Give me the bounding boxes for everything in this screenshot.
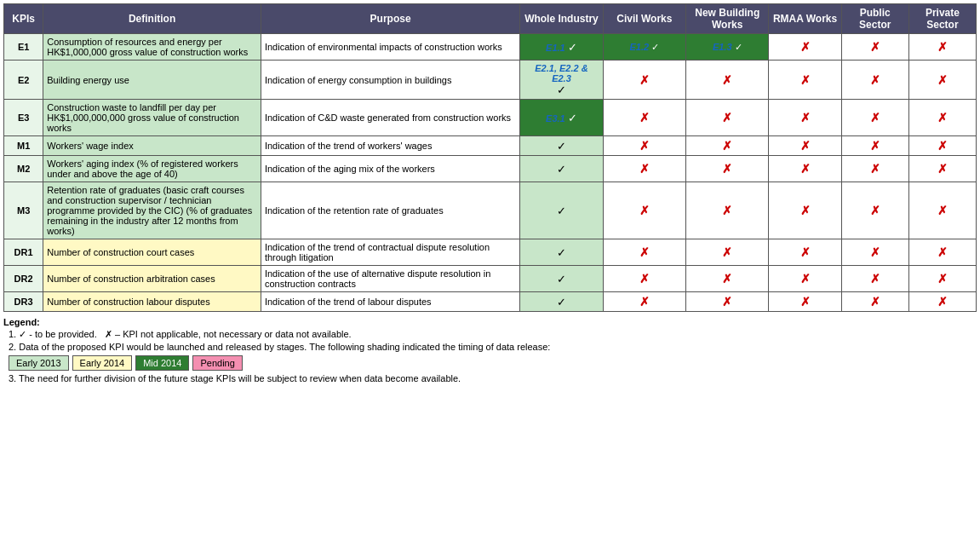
- legend-section: Legend: 1. ✓ - to be provided. ✗ – KPI n…: [3, 317, 977, 383]
- legend-item-1: 1. ✓ - to be provided. ✗ – KPI not appli…: [9, 329, 977, 340]
- table-cell-check: ✓: [520, 182, 603, 239]
- cross-icon: ✗: [639, 204, 650, 217]
- table-row: M1 Workers' wage index Indication of the…: [4, 136, 977, 156]
- check-icon: ✓: [568, 112, 577, 124]
- cross-icon: ✗: [800, 295, 811, 308]
- table-cell-link-check: E1.2 ✓: [603, 34, 685, 61]
- definition-cell: Construction waste to landfill per day p…: [43, 100, 261, 136]
- purpose-cell: Indication of the aging mix of the worke…: [261, 156, 519, 182]
- rmaa-cell: ✗: [769, 34, 841, 61]
- cross-icon: ✗: [800, 204, 811, 217]
- legend-mid2014: Mid 2014: [135, 355, 189, 371]
- definition-cell: Number of construction court cases: [43, 239, 261, 266]
- cross-icon: ✗: [870, 73, 880, 87]
- cross-icon: ✗: [937, 204, 948, 217]
- table-cell-check: ✓: [520, 239, 603, 266]
- kpi-cell: DR1: [4, 239, 43, 266]
- private-cell: ✗: [908, 34, 976, 61]
- header-private-sector: Private Sector: [908, 4, 976, 34]
- cross-icon: ✗: [639, 245, 650, 259]
- table-cell-cross: ✗: [686, 136, 769, 156]
- table-cell-link-check: E1.1 ✓: [520, 34, 603, 61]
- check-icon: ✓: [557, 163, 566, 176]
- header-definition: Definition: [43, 4, 261, 34]
- purpose-cell: Indication of C&D waste generated from c…: [261, 100, 519, 136]
- table-header-row: KPIs Definition Purpose Whole Industry C…: [4, 4, 977, 34]
- purpose-cell: Indication of the retention rate of grad…: [261, 182, 519, 239]
- table-body: E1 Consumption of resources and energy p…: [4, 34, 977, 312]
- cross-icon: ✗: [870, 204, 880, 217]
- table-cell-cross: ✗: [603, 182, 685, 239]
- table-cell-cross: ✗: [686, 182, 769, 239]
- purpose-cell: Indication of the trend of workers' wage…: [261, 136, 519, 156]
- private-cell: ✗: [908, 136, 976, 156]
- private-cell: ✗: [908, 100, 976, 136]
- private-cell: ✗: [908, 292, 976, 312]
- cross-icon: ✗: [722, 272, 732, 285]
- kpi-link: E1.1: [546, 43, 565, 53]
- cross-icon: ✗: [722, 111, 732, 124]
- public-cell: ✗: [841, 156, 908, 182]
- rmaa-cell: ✗: [769, 61, 841, 100]
- rmaa-cell: ✗: [769, 100, 841, 136]
- cross-icon: ✗: [722, 245, 732, 259]
- cross-icon: ✗: [639, 73, 650, 87]
- table-cell-link-check: E2.1, E2.2 &E2.3✓: [520, 61, 603, 100]
- rmaa-cell: ✗: [769, 136, 841, 156]
- private-cell: ✗: [908, 156, 976, 182]
- public-cell: ✗: [841, 61, 908, 100]
- header-whole-industry: Whole Industry: [520, 4, 603, 34]
- rmaa-cell: ✗: [769, 266, 841, 292]
- purpose-cell: Indication of environmental impacts of c…: [261, 34, 519, 61]
- table-cell-cross: ✗: [686, 100, 769, 136]
- kpi-link: E1.2: [630, 42, 650, 52]
- table-cell-cross: ✗: [686, 61, 769, 100]
- check-icon: ✓: [735, 42, 742, 52]
- cross-icon: ✗: [937, 245, 948, 259]
- legend-item-2: 2. Data of the proposed KPI would be lau…: [9, 342, 977, 352]
- legend-boxes: Early 2013 Early 2014 Mid 2014 Pending: [9, 355, 977, 371]
- definition-cell: Consumption of resources and energy per …: [43, 34, 261, 61]
- check-icon: ✓: [557, 84, 566, 96]
- cross-icon: ✗: [722, 139, 732, 153]
- legend-pending: Pending: [192, 355, 242, 371]
- public-cell: ✗: [841, 266, 908, 292]
- legend-early2013: Early 2013: [9, 355, 69, 371]
- public-cell: ✗: [841, 100, 908, 136]
- header-kpi: KPIs: [4, 4, 43, 34]
- cross-icon: ✗: [639, 139, 650, 153]
- cross-icon: ✗: [639, 272, 650, 285]
- cross-icon: ✗: [800, 162, 811, 176]
- public-cell: ✗: [841, 34, 908, 61]
- table-cell-cross: ✗: [603, 100, 685, 136]
- table-row: M3 Retention rate of graduates (basic cr…: [4, 182, 977, 239]
- kpi-cell: DR3: [4, 292, 43, 312]
- header-rmaa-works: RMAA Works: [769, 4, 841, 34]
- cross-icon: ✗: [800, 40, 811, 54]
- rmaa-cell: ✗: [769, 239, 841, 266]
- cross-icon: ✗: [722, 162, 732, 176]
- definition-cell: Building energy use: [43, 61, 261, 100]
- header-civil-works: Civil Works: [603, 4, 685, 34]
- cross-icon: ✗: [870, 162, 880, 176]
- table-cell-cross: ✗: [603, 239, 685, 266]
- purpose-cell: Indication of the trend of labour disput…: [261, 292, 519, 312]
- check-icon: ✓: [557, 296, 566, 308]
- table-row: E1 Consumption of resources and energy p…: [4, 34, 977, 61]
- cross-icon: ✗: [870, 111, 880, 124]
- public-cell: ✗: [841, 182, 908, 239]
- cross-icon: ✗: [639, 111, 650, 124]
- kpi-cell: M1: [4, 136, 43, 156]
- header-public-sector: Public Sector: [841, 4, 908, 34]
- cross-icon: ✗: [639, 295, 650, 308]
- kpi-cell: M3: [4, 182, 43, 239]
- cross-icon: ✗: [722, 204, 732, 217]
- table-cell-check: ✓: [520, 266, 603, 292]
- kpi-cell: E2: [4, 61, 43, 100]
- table-cell-check: ✓: [520, 136, 603, 156]
- cross-icon: ✗: [722, 73, 732, 87]
- rmaa-cell: ✗: [769, 182, 841, 239]
- rmaa-cell: ✗: [769, 156, 841, 182]
- header-purpose: Purpose: [261, 4, 519, 34]
- public-cell: ✗: [841, 239, 908, 266]
